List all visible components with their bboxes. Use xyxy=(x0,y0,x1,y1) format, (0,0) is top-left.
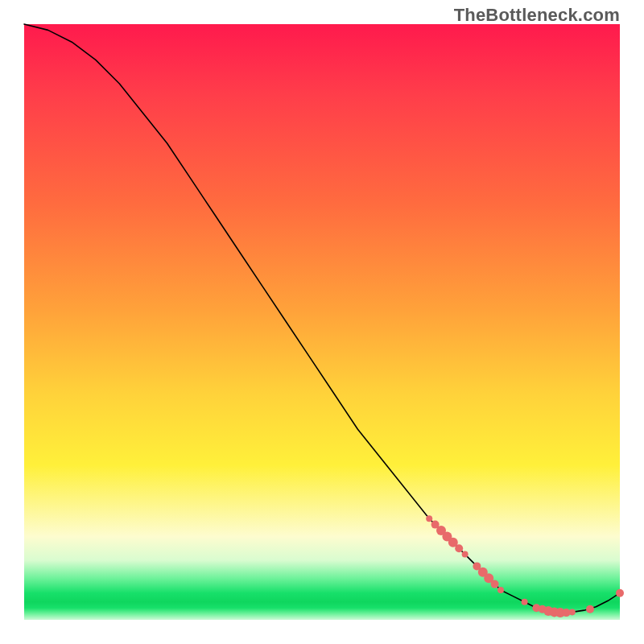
data-point xyxy=(616,589,624,597)
bottleneck-curve xyxy=(24,24,620,613)
data-point xyxy=(462,551,469,558)
data-point xyxy=(569,609,576,615)
data-points-group xyxy=(426,515,624,617)
data-point xyxy=(491,580,499,588)
bottleneck-chart: TheBottleneck.com xyxy=(0,0,644,644)
watermark-label: TheBottleneck.com xyxy=(454,5,620,26)
data-point xyxy=(497,587,504,593)
data-point xyxy=(426,515,432,522)
chart-overlay xyxy=(24,24,620,620)
data-point xyxy=(455,544,463,552)
data-point xyxy=(586,605,594,613)
data-point xyxy=(522,599,528,605)
